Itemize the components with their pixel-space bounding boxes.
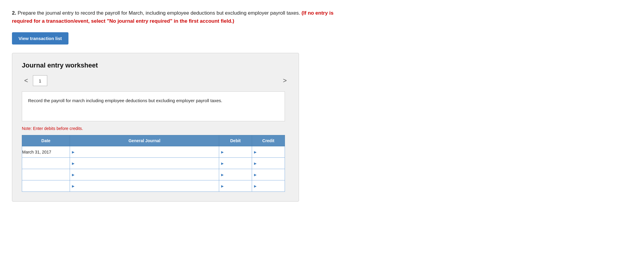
row2-credit-input[interactable] xyxy=(259,158,285,169)
row4-debit-cell[interactable]: ► xyxy=(219,180,252,192)
journal-table: Date General Journal Debit Credit March … xyxy=(22,135,285,192)
row1-debit-cell[interactable]: ► xyxy=(219,146,252,158)
table-row: ► ► ► xyxy=(22,180,285,192)
row1-debit-arrow: ► xyxy=(219,150,226,154)
journal-entry-worksheet: Journal entry worksheet < 1 > Record the… xyxy=(12,53,299,202)
next-page-arrow[interactable]: > xyxy=(280,76,289,86)
header-credit: Credit xyxy=(252,135,285,146)
row3-date xyxy=(22,169,70,180)
row3-credit-arrow: ► xyxy=(252,172,259,177)
row1-general-journal-input[interactable] xyxy=(77,146,219,157)
date-value: March 31, 2017 xyxy=(22,150,51,154)
description-text: Record the payroll for march including e… xyxy=(28,98,222,103)
row4-credit-cell[interactable]: ► xyxy=(252,180,285,192)
row4-debit-input[interactable] xyxy=(226,180,252,191)
row4-gj-arrow: ► xyxy=(70,184,77,188)
row1-general-journal-cell[interactable]: ► xyxy=(70,146,219,158)
row1-gj-arrow: ► xyxy=(70,150,77,154)
row3-debit-cell[interactable]: ► xyxy=(219,169,252,180)
row3-debit-input[interactable] xyxy=(226,169,252,180)
worksheet-nav: < 1 > xyxy=(22,75,289,86)
row4-date xyxy=(22,180,70,192)
question-text: 2. Prepare the journal entry to record t… xyxy=(12,9,341,25)
row2-credit-arrow: ► xyxy=(252,161,259,166)
row1-credit-arrow: ► xyxy=(252,150,259,154)
header-date: Date xyxy=(22,135,70,146)
page-number: 1 xyxy=(39,78,41,83)
table-row: March 31, 2017 ► ► ► xyxy=(22,146,285,158)
row2-gj-arrow: ► xyxy=(70,161,77,166)
worksheet-description: Record the payroll for march including e… xyxy=(22,91,285,121)
row1-credit-cell[interactable]: ► xyxy=(252,146,285,158)
table-row: ► ► ► xyxy=(22,158,285,169)
view-transaction-button[interactable]: View transaction list xyxy=(12,32,68,45)
row4-credit-input[interactable] xyxy=(259,180,285,191)
table-body: March 31, 2017 ► ► ► xyxy=(22,146,285,192)
row2-general-journal-cell[interactable]: ► xyxy=(70,158,219,169)
worksheet-title: Journal entry worksheet xyxy=(22,62,289,69)
note-text: Note: Enter debits before credits. xyxy=(22,126,289,131)
header-debit: Debit xyxy=(219,135,252,146)
row2-credit-cell[interactable]: ► xyxy=(252,158,285,169)
row3-gj-arrow: ► xyxy=(70,172,77,177)
page-indicator: 1 xyxy=(33,75,47,86)
row3-credit-cell[interactable]: ► xyxy=(252,169,285,180)
row4-debit-arrow: ► xyxy=(219,184,226,188)
table-header: Date General Journal Debit Credit xyxy=(22,135,285,146)
row4-general-journal-input[interactable] xyxy=(77,180,219,191)
row2-debit-arrow: ► xyxy=(219,161,226,166)
table-row: ► ► ► xyxy=(22,169,285,180)
row4-credit-arrow: ► xyxy=(252,184,259,188)
row1-debit-input[interactable] xyxy=(226,146,252,157)
row3-credit-input[interactable] xyxy=(259,169,285,180)
row2-date xyxy=(22,158,70,169)
prev-page-arrow[interactable]: < xyxy=(22,76,30,86)
row4-general-journal-cell[interactable]: ► xyxy=(70,180,219,192)
question-black-text: Prepare the journal entry to record the … xyxy=(18,10,302,16)
question-number: 2. xyxy=(12,10,16,16)
row2-debit-cell[interactable]: ► xyxy=(219,158,252,169)
row1-credit-input[interactable] xyxy=(259,146,285,157)
row3-debit-arrow: ► xyxy=(219,172,226,177)
row3-general-journal-input[interactable] xyxy=(77,169,219,180)
row2-debit-input[interactable] xyxy=(226,158,252,169)
header-general-journal: General Journal xyxy=(70,135,219,146)
row3-general-journal-cell[interactable]: ► xyxy=(70,169,219,180)
row2-general-journal-input[interactable] xyxy=(77,158,219,169)
question-section: 2. Prepare the journal entry to record t… xyxy=(12,9,632,25)
row1-date: March 31, 2017 xyxy=(22,146,70,158)
